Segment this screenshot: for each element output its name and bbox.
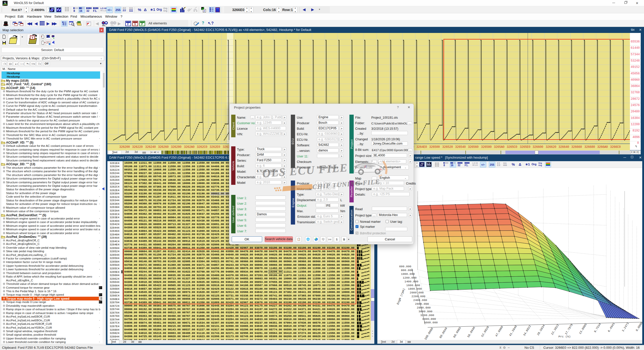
svg-text:9.7534: 9.7534: [593, 323, 602, 333]
svg-text:0.0000: 0.0000: [635, 321, 642, 332]
svg-text:1400.000: 1400.000: [405, 280, 418, 283]
svg-text:28.5034: 28.5034: [536, 324, 546, 336]
svg-text:Prc (%): Prc (%): [558, 335, 571, 338]
svg-text:F: F: [204, 10, 205, 12]
svg-text:13.0005: 13.0005: [578, 323, 588, 335]
svg-text:22.3022: 22.3022: [550, 324, 560, 336]
svg-text:3600.000: 3600.000: [424, 321, 438, 324]
svg-text:2000.000: 2000.000: [410, 291, 424, 294]
svg-text:3400.000: 3400.000: [422, 317, 436, 321]
svg-text:2200.000: 2200.000: [412, 295, 425, 298]
svg-text:▾: ▾: [22, 35, 23, 38]
svg-text:800.000: 800.000: [401, 269, 413, 272]
svg-text:52.0020: 52.0020: [480, 326, 490, 338]
svg-text:17.7979: 17.7979: [564, 323, 574, 335]
svg-text:47.9980: 47.9980: [495, 325, 504, 337]
svg-text:2600.000: 2600.000: [415, 302, 429, 305]
svg-text:100.0000: 100.0000: [424, 327, 434, 340]
svg-text:3200.000: 3200.000: [420, 314, 434, 317]
svg-text:V: V: [134, 23, 136, 26]
svg-text:EngN (rpm): EngN (rpm): [396, 288, 406, 305]
svg-text:80.0049: 80.0049: [439, 327, 448, 339]
svg-text:1600.000: 1600.000: [406, 284, 420, 287]
svg-text:P: P: [141, 23, 143, 26]
svg-text:1000.000: 1000.000: [401, 272, 415, 276]
svg-text:600.000: 600.000: [399, 265, 411, 268]
svg-text:V: V: [32, 36, 33, 39]
svg-text:56.9946: 56.9946: [467, 326, 476, 338]
svg-text:DEL..: DEL..: [102, 25, 107, 26]
svg-text:DEL..: DEL..: [111, 25, 115, 26]
svg-text:3.2471: 3.2471: [621, 322, 630, 332]
svg-text:41.3940: 41.3940: [508, 325, 518, 337]
svg-text:2800.000: 2800.000: [417, 306, 431, 309]
svg-text:1800.000: 1800.000: [408, 287, 422, 290]
svg-text:34.8022: 34.8022: [522, 325, 532, 337]
svg-text:1200.000: 1200.000: [403, 276, 417, 279]
svg-text:2400.000: 2400.000: [413, 298, 427, 302]
svg-text:3000.000: 3000.000: [419, 310, 432, 313]
svg-text:6.4941: 6.4941: [607, 322, 616, 333]
svg-text:60.9985: 60.9985: [453, 326, 462, 338]
svg-text:F: F: [127, 23, 129, 26]
